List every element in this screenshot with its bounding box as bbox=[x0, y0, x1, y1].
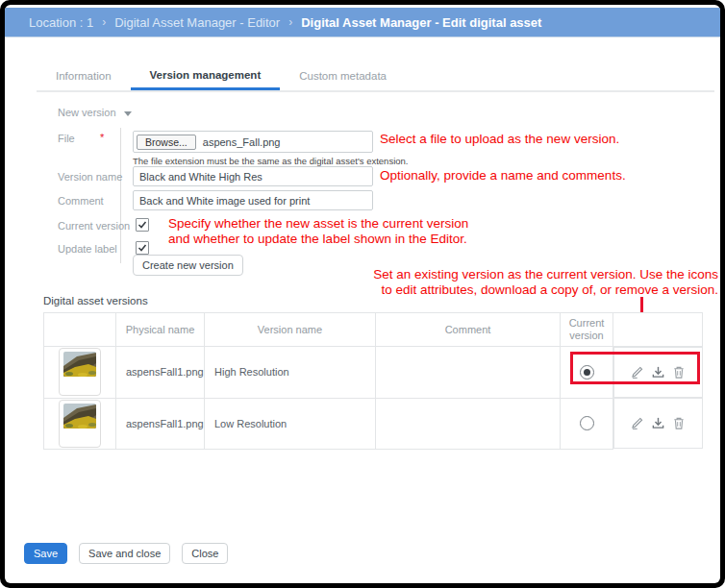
annotation-name: Optionally, provide a name and comments. bbox=[380, 168, 626, 184]
file-name-value: aspens_Fall.png bbox=[203, 136, 281, 148]
footer-actions: Save Save and close Close bbox=[24, 543, 228, 564]
col-version-name: Version name bbox=[205, 313, 376, 347]
actions-cell bbox=[613, 398, 703, 449]
comment-value: Back and White image used for print bbox=[139, 195, 310, 207]
annotation-line: Set an existing version as the current v… bbox=[373, 267, 718, 282]
form-divider bbox=[120, 128, 121, 263]
file-field-label: File bbox=[58, 133, 75, 144]
comment-cell bbox=[376, 347, 561, 399]
tab-custom-metadata[interactable]: Custom metadata bbox=[280, 61, 406, 90]
close-button[interactable]: Close bbox=[182, 543, 228, 564]
delete-icon[interactable] bbox=[670, 364, 688, 381]
tab-information[interactable]: Information bbox=[37, 61, 131, 90]
breadcrumb: Location : 1 › Digital Asset Manager - E… bbox=[5, 8, 720, 37]
delete-icon[interactable] bbox=[670, 415, 688, 432]
comment-label: Comment bbox=[58, 195, 104, 207]
col-comment: Comment bbox=[376, 313, 561, 347]
save-and-close-button[interactable]: Save and close bbox=[79, 543, 170, 564]
required-marker: * bbox=[100, 132, 104, 143]
physical-name-cell: aspensFall1.png bbox=[116, 347, 205, 399]
file-input[interactable]: Browse... aspens_Fall.png bbox=[133, 131, 373, 153]
annotation-table: Set an existing version as the current v… bbox=[373, 267, 718, 297]
edit-icon[interactable] bbox=[628, 364, 645, 381]
annotation-line: and whether to update the label shown in… bbox=[168, 232, 468, 247]
screenshot-frame: Location : 1 › Digital Asset Manager - E… bbox=[0, 0, 725, 588]
page-title: Digital Asset Manager - Edit digital ass… bbox=[301, 15, 541, 30]
app-window: Location : 1 › Digital Asset Manager - E… bbox=[5, 5, 720, 583]
download-icon[interactable] bbox=[649, 364, 666, 381]
col-current-version: Current version bbox=[561, 313, 613, 347]
current-version-radio[interactable] bbox=[580, 416, 594, 430]
versions-table: Physical name Version name Comment Curre… bbox=[43, 312, 703, 450]
file-helper-text: The file extension must be the same as t… bbox=[133, 156, 408, 166]
breadcrumb-item-location[interactable]: Location : 1 bbox=[29, 15, 93, 30]
check-icon bbox=[137, 242, 148, 254]
aspens-thumbnail-image bbox=[63, 352, 96, 377]
browse-button[interactable]: Browse... bbox=[137, 135, 196, 150]
table-header-row: Physical name Version name Comment Curre… bbox=[44, 313, 703, 347]
version-name-cell: Low Resolution bbox=[205, 398, 376, 449]
check-icon bbox=[137, 219, 148, 231]
current-version-checkbox[interactable] bbox=[136, 218, 149, 232]
annotation-checkboxes: Specify whether the new asset is the cur… bbox=[168, 216, 468, 246]
versions-table-title: Digital asset versions bbox=[43, 295, 148, 306]
current-version-label: Current version bbox=[58, 220, 130, 232]
new-version-section-label: New version bbox=[58, 107, 116, 118]
comment-cell bbox=[376, 398, 561, 449]
aspens-thumbnail-image bbox=[63, 404, 96, 429]
update-label-label: Update label bbox=[58, 243, 117, 255]
version-name-value: Black and White High Res bbox=[139, 171, 262, 183]
thumbnail-cell bbox=[44, 398, 116, 449]
breadcrumb-item-editor[interactable]: Digital Asset Manager - Editor bbox=[114, 15, 280, 30]
breadcrumb-separator-icon: › bbox=[102, 15, 106, 29]
table-row: aspensFall1.png High Resolution bbox=[44, 347, 703, 399]
save-button[interactable]: Save bbox=[24, 543, 67, 564]
actions-cell bbox=[613, 347, 703, 398]
current-version-cell bbox=[561, 398, 613, 449]
annotation-file: Select a file to upload as the new versi… bbox=[380, 132, 619, 147]
current-version-cell bbox=[561, 347, 613, 399]
version-name-cell: High Resolution bbox=[205, 347, 376, 399]
asset-thumbnail[interactable] bbox=[59, 400, 101, 448]
col-actions bbox=[613, 313, 703, 347]
col-thumbnail bbox=[44, 313, 116, 347]
table-row: aspensFall1.png Low Resolution bbox=[44, 398, 703, 449]
version-name-label: Version name bbox=[58, 171, 122, 183]
tab-bar: Information Version management Custom me… bbox=[37, 61, 714, 92]
asset-thumbnail[interactable] bbox=[59, 348, 101, 396]
version-name-input[interactable]: Black and White High Res bbox=[133, 166, 373, 186]
comment-input[interactable]: Back and White image used for print bbox=[133, 190, 373, 210]
physical-name-cell: aspensFall1.png bbox=[116, 398, 205, 449]
breadcrumb-separator-icon: › bbox=[288, 15, 292, 29]
col-physical-name: Physical name bbox=[116, 313, 205, 347]
thumbnail-cell bbox=[44, 347, 116, 399]
current-version-radio[interactable] bbox=[580, 365, 594, 380]
annotation-line: to edit attributes, download a copy of, … bbox=[373, 282, 718, 298]
edit-icon[interactable] bbox=[628, 415, 645, 432]
create-new-version-button[interactable]: Create new version bbox=[133, 255, 243, 276]
download-icon[interactable] bbox=[649, 415, 666, 432]
tab-version-management[interactable]: Version management bbox=[131, 61, 281, 90]
update-label-checkbox[interactable] bbox=[136, 241, 149, 255]
annotation-line: Specify whether the new asset is the cur… bbox=[168, 216, 468, 232]
chevron-down-icon[interactable] bbox=[124, 111, 132, 116]
